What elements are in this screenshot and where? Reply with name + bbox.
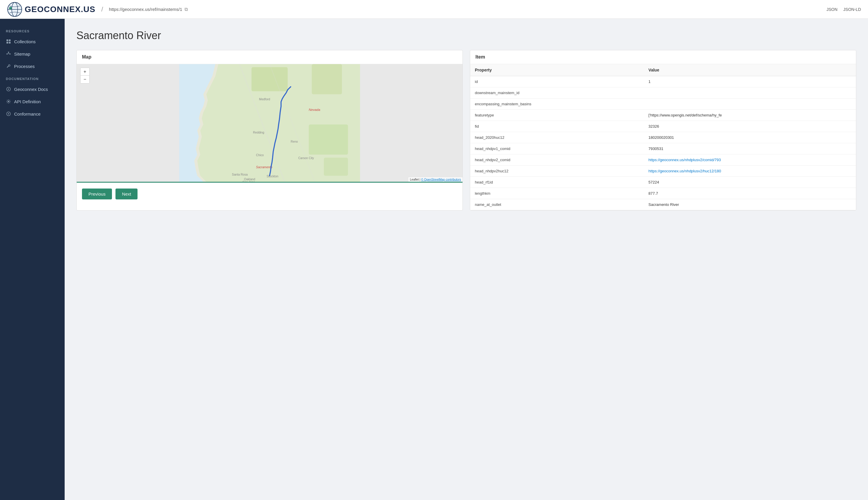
conformance-label: Conformance [14,112,40,116]
item-table: Property Value id1downstream_mainstem_id… [470,64,856,210]
property-cell: head_2020huc12 [470,132,644,143]
value-cell: 32326 [644,121,856,132]
property-cell: featuretype [470,110,644,121]
svg-rect-23 [251,67,288,91]
svg-rect-4 [7,39,8,41]
value-link[interactable]: https://geoconnex.us/nhdplusv2/huc12/180 [648,169,721,173]
item-panel: Item Property Value id1downstream_mainst… [470,50,856,211]
table-row: head_2020huc12180200020301 [470,132,856,143]
table-header-row: Property Value [470,64,856,76]
value-cell[interactable]: https://geoconnex.us/nhdplusv2/comid/793 [644,155,856,166]
property-cell: fid [470,121,644,132]
table-row: head_nhdpv1_comid7930531 [470,143,856,155]
svg-text:Reno: Reno [291,140,298,143]
copy-icon[interactable]: ⧉ [185,7,188,12]
svg-point-19 [8,113,9,114]
logo-text: GEOCONNEX.US [25,5,95,14]
item-panel-header: Item [470,50,856,64]
svg-text:Nevada: Nevada [309,108,320,112]
sidebar-item-conformance[interactable]: Conformance [0,107,64,120]
pagination-area: Previous Next [77,182,462,205]
table-row: downstream_mainstem_id [470,87,856,99]
osm-link[interactable]: © OpenStreetMap contributors [421,178,461,181]
table-row: featuretype['https://www.opengis.net/def… [470,110,856,121]
property-cell: encompassing_mainstem_basins [470,99,644,110]
value-cell: ['https://www.opengis.net/def/schema/hy_… [644,110,856,121]
resources-label: RESOURCES [0,25,64,35]
sidebar-item-sitemap[interactable]: Sitemap [0,48,64,60]
svg-text:Redding: Redding [253,131,264,134]
header: GEOCONNEX.US / https://geoconnex.us/ref/… [0,0,868,19]
table-row: fid32326 [470,121,856,132]
grid-icon [6,39,11,44]
json-link[interactable]: JSON [826,7,837,12]
sidebar-item-processes[interactable]: Processes [0,60,64,72]
value-cell: Sacramento River [644,199,856,210]
table-row: head_nhdpv2huc12https://geoconnex.us/nhd… [470,166,856,177]
svg-rect-25 [309,124,348,155]
value-cell [644,99,856,110]
property-cell: id [470,76,644,87]
svg-rect-8 [8,52,9,53]
sidebar: RESOURCES Collections [0,19,64,500]
zoom-out-button[interactable]: − [81,76,89,83]
logo-icon [7,2,22,17]
value-column-header: Value [644,64,856,76]
property-cell: lengthkm [470,188,644,199]
header-url-text: https://geoconnex.us/ref/mainstems/1 [109,7,182,12]
value-cell: 7930531 [644,143,856,155]
svg-rect-7 [9,42,11,44]
value-cell: 877.7 [644,188,856,199]
sidebar-item-api-definition[interactable]: API Definition [0,95,64,107]
header-right: JSON JSON-LD [826,7,861,12]
collections-label: Collections [14,39,36,44]
value-link[interactable]: https://geoconnex.us/nhdplusv2/comid/793 [648,158,721,162]
table-row: head_nhdpv2_comidhttps://geoconnex.us/nh… [470,155,856,166]
svg-point-17 [8,101,9,102]
book2-icon [6,111,11,116]
property-cell: head_nhdpv2_comid [470,155,644,166]
map-panel-header: Map [77,50,462,64]
value-cell[interactable]: https://geoconnex.us/nhdplusv2/huc12/180 [644,166,856,177]
svg-text:Santa Rosa: Santa Rosa [232,173,248,176]
zoom-in-button[interactable]: + [81,68,89,76]
svg-text:Chico: Chico [256,154,264,157]
svg-rect-5 [9,39,11,41]
svg-rect-26 [324,158,348,176]
property-column-header: Property [470,64,644,76]
value-cell [644,87,856,99]
geoconnex-docs-label: Geoconnex Docs [14,87,48,92]
table-row: head_rf1id57224 [470,177,856,188]
svg-text:Medford: Medford [259,98,270,101]
main-content: Sacramento River Map [64,19,868,500]
map-container[interactable]: Medford Redding Chico Reno Carson City S… [77,64,462,182]
gear-icon [6,99,11,104]
next-button[interactable]: Next [116,189,138,200]
header-separator: / [101,5,103,13]
value-cell: 1 [644,76,856,87]
sidebar-item-collections[interactable]: Collections [0,35,64,48]
svg-rect-24 [312,64,342,94]
json-ld-link[interactable]: JSON-LD [843,7,861,12]
processes-label: Processes [14,64,35,69]
map-panel: Map [77,50,463,211]
svg-text:Stockton: Stockton [267,175,278,178]
logo-area: GEOCONNEX.US [7,2,95,17]
sitemap-icon [6,51,11,56]
map-attribution: Leaflet | © OpenStreetMap contributors [408,177,462,182]
svg-point-16 [8,89,9,90]
property-cell: head_nhdpv1_comid [470,143,644,155]
table-row: name_at_outletSacramento River [470,199,856,210]
map-svg: Medford Redding Chico Reno Carson City S… [77,64,462,182]
sidebar-item-geoconnex-docs[interactable]: Geoconnex Docs [0,83,64,95]
property-cell: downstream_mainstem_id [470,87,644,99]
previous-button[interactable]: Previous [82,189,112,200]
svg-text:San Jose: San Jose [243,181,255,182]
book-icon [6,87,11,92]
svg-text:Sacramento: Sacramento [256,166,272,169]
table-row: lengthkm877.7 [470,188,856,199]
table-row: id1 [470,76,856,87]
value-cell: 180200020301 [644,132,856,143]
map-zoom-controls: + − [80,68,90,83]
wrench-icon [6,64,11,69]
